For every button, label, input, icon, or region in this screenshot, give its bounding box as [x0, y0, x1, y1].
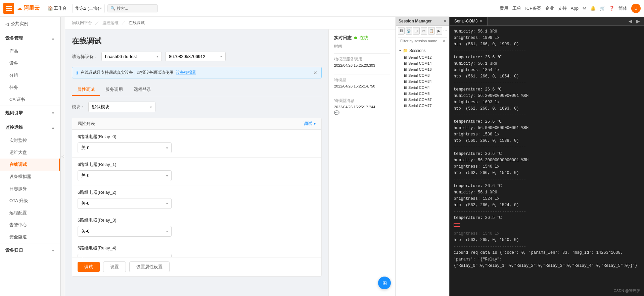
info-link[interactable]: 设备模拟器 [176, 70, 196, 75]
sm-item-com5[interactable]: 🖥 Serial-COM5 [396, 91, 449, 97]
serial-header: Serial-COM3 ✕ ◀ ▶ [450, 17, 644, 26]
sidebar-title-rules[interactable]: 规则引擎 ▼ [0, 106, 60, 120]
menu-icon[interactable] [3, 3, 14, 14]
tab-property[interactable]: 属性调试 [72, 84, 100, 96]
debug-action-btn[interactable]: 调试 [78, 262, 100, 272]
serial-line-22: brightness: 1524 lx [454, 196, 640, 202]
sidebar-item-ota[interactable]: OTA 升级 [0, 195, 60, 207]
sm-item-com16[interactable]: 🖥 Serial-COM16 [396, 66, 449, 72]
serial-line-6: brightness: 1854 lx [454, 67, 640, 73]
set-action-btn[interactable]: 设置 [103, 261, 126, 272]
sm-tool-monitor[interactable]: 🖥 [398, 27, 405, 35]
sidebar-title-device[interactable]: 设备管理 ▲ [0, 31, 60, 45]
device-dropdown[interactable]: haas506-rtu-test ▾ [101, 52, 162, 61]
rt-chat-icon[interactable]: 💬 [334, 110, 390, 115]
sidebar-collapse-btn[interactable]: ◁ [60, 17, 65, 296]
rt-time-label: 时间 [334, 44, 390, 49]
sm-tool-cut[interactable]: ✂ [421, 27, 427, 35]
fab-btn[interactable]: ⊞ [378, 277, 391, 289]
sm-tool-connect[interactable]: 📡 [406, 27, 412, 35]
serial-ctrl-next[interactable]: ▶ [635, 18, 641, 24]
serial-line-21: humidity: 56.1 %RH [454, 189, 640, 196]
search-box[interactable]: 🔍 [107, 4, 158, 12]
sm-tool-copy[interactable]: 📋 [428, 27, 435, 35]
relay-dropdown-0[interactable]: 关-0 ▾ [78, 142, 172, 153]
relay-dropdown-2[interactable]: 关-0 ▾ [78, 198, 172, 209]
nav-app[interactable]: App [571, 6, 579, 11]
tab-remote-login[interactable]: 远程登录 [128, 84, 156, 96]
rt-divider-3 [334, 95, 390, 95]
sidebar-title-monitor[interactable]: 监控运维 ▲ [0, 120, 60, 134]
pc-icon-com3: 🖥 [403, 73, 407, 77]
sm-item-com14[interactable]: 🖥 Serial-COM14 [396, 60, 449, 66]
nav-help-icon[interactable]: ❓ [609, 6, 614, 11]
tab-service[interactable]: 服务调用 [100, 84, 128, 96]
serial-tab-com3[interactable]: Serial-COM3 ✕ [450, 17, 488, 25]
device-id-dropdown[interactable]: 867082058706912 ▾ [165, 52, 226, 61]
serial-panel: Serial-COM3 ✕ ◀ ▶ humidity: 56.1 %RH bri… [449, 17, 644, 296]
nav-icp[interactable]: ICP备案 [525, 5, 541, 11]
sm-tool-paste[interactable]: ⊞ [413, 27, 420, 35]
sm-close-btn[interactable]: ✕ [443, 19, 447, 23]
debug-btn[interactable]: 调试 ▾ [304, 121, 316, 127]
sidebar-item-ca[interactable]: CA 证书 [0, 94, 60, 106]
nav-mail-icon[interactable]: ✉ [583, 6, 586, 11]
nav-workorder[interactable]: 工单 [512, 5, 521, 11]
nav-cart-icon[interactable]: 🛒 [600, 6, 605, 11]
breadcrumb-item-1[interactable]: 监控运维 [102, 20, 119, 25]
relay-dropdown-3[interactable]: 关-0 ▾ [78, 226, 172, 237]
set-property-btn[interactable]: 设置属性设置 [129, 261, 170, 272]
sidebar-item-log-service[interactable]: 日志服务 [0, 183, 60, 195]
sm-item-com3[interactable]: 🖥 Serial-COM3 [396, 72, 449, 78]
serial-ctrl-prev[interactable]: ◀ [627, 18, 634, 24]
breadcrumb-item-0[interactable]: 物联网平台 [72, 20, 92, 25]
info-close-btn[interactable]: ✕ [313, 70, 317, 75]
sm-tree-root[interactable]: ▼ 📁 Sessions [396, 47, 449, 54]
breadcrumb: 物联网平台 ／ 监控运维 ／ 在线调试 [65, 17, 396, 29]
nav-fee[interactable]: 费用 [500, 5, 508, 11]
sm-item-com57[interactable]: 🖥 Serial-COM57 [396, 97, 449, 103]
sidebar-item-ops-dashboard[interactable]: 运维大盘 [0, 146, 60, 159]
sidebar-item-remote-config[interactable]: 远程配置 [0, 207, 60, 219]
nav-support[interactable]: 支持 [558, 5, 567, 11]
serial-tab-close[interactable]: ✕ [479, 19, 482, 23]
breadcrumb-item-2: 在线调试 [129, 20, 145, 25]
relay-dropdown-4[interactable]: 关-0 ▾ [78, 254, 172, 257]
sm-filter-close-icon[interactable]: ✕ [441, 39, 447, 43]
sidebar-item-online-debug[interactable]: 在线调试 [0, 159, 60, 171]
sidebar-item-devices[interactable]: 设备 [0, 57, 60, 69]
sidebar-title-archive[interactable]: 设备归归 ▼ [0, 243, 60, 257]
sm-item-com4[interactable]: 🖥 Serial-COM4 [396, 84, 449, 91]
search-input[interactable] [117, 6, 150, 11]
serial-div-2: ------------------------------ [454, 80, 640, 86]
sm-tool-more[interactable]: ⋯ [443, 28, 447, 33]
serial-controls: ◀ ▶ [625, 18, 644, 24]
relay-dropdown-1[interactable]: 关-0 ▾ [78, 170, 172, 181]
sm-item-com12[interactable]: 🖥 Serial-COM12 [396, 54, 449, 60]
sidebar-item-products[interactable]: 产品 [0, 45, 60, 57]
nav-bell-icon[interactable]: 🔔 [590, 6, 596, 11]
relay-status-box [454, 223, 460, 227]
sidebar-item-alarm[interactable]: 告警中心 [0, 219, 60, 231]
sm-filter-input[interactable] [398, 38, 441, 44]
module-dropdown[interactable]: 默认模块 ▾ [88, 102, 155, 112]
nav-lang[interactable]: 简体 [618, 5, 627, 11]
chevron-up-icon-monitor: ▲ [51, 126, 55, 129]
avatar[interactable]: U [631, 4, 641, 13]
nav-workbench[interactable]: 🏠工作台 [45, 4, 70, 13]
sm-item-com77[interactable]: 🖥 Serial-COM77 [396, 103, 449, 109]
nav-region[interactable]: 华东2 (上海)▾ [72, 4, 105, 13]
watermark: CSDN @智云服 [614, 288, 640, 293]
sidebar-item-device-sim[interactable]: 设备模拟器 [0, 171, 60, 183]
sidebar-item-security-tunnel[interactable]: 安全隧道 [0, 231, 60, 243]
sidebar-item-public[interactable]: ◁ 公共实例 [0, 17, 60, 31]
sm-item-com34[interactable]: 🖥 Serial-COM34 [396, 78, 449, 84]
serial-line-15: htb: (560, 266, 0, 1588, 0) [454, 138, 640, 144]
sidebar-item-groups[interactable]: 分组 [0, 69, 60, 81]
sidebar-item-tasks[interactable]: 任务 [0, 81, 60, 94]
nav-enterprise[interactable]: 企业 [545, 5, 554, 11]
status-text: 在线 [360, 35, 368, 41]
sm-tool-extra[interactable]: ▶ [436, 27, 443, 35]
sidebar-item-realtime[interactable]: 实时监控 [0, 134, 60, 146]
sidebar-section-rules: 规则引擎 ▼ [0, 106, 60, 120]
